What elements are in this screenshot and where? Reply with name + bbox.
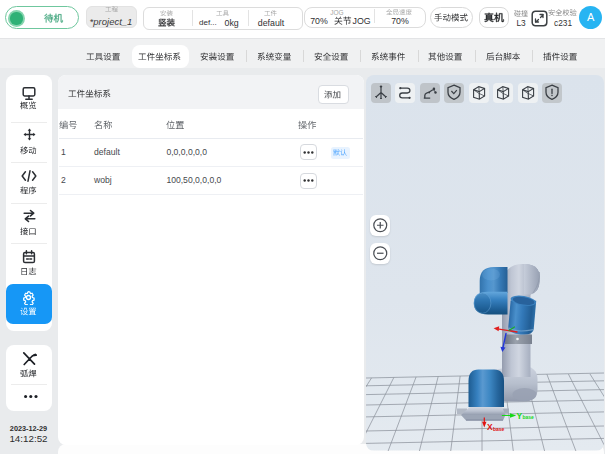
- svg-text:base: base: [493, 426, 505, 432]
- svg-text:base: base: [523, 414, 535, 420]
